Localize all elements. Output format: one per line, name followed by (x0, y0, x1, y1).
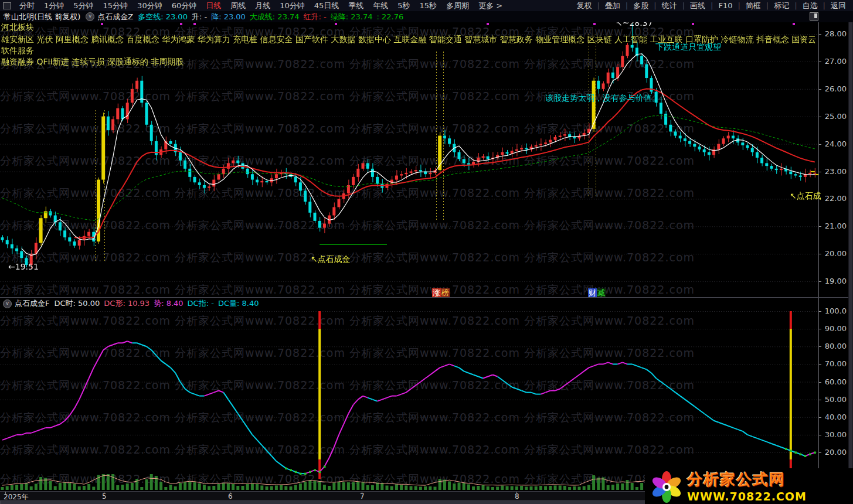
period-menu: 分时1分钟5分钟15分钟30分钟60分钟日线周线月线10分钟45日线季线年线5秒… (15, 1, 507, 11)
axis-tick-label: 60.00 (825, 377, 847, 386)
axis-tick-label: 23.00 (825, 167, 847, 176)
menu-item-period[interactable]: 1分钟 (39, 1, 69, 11)
indicator-field: DC指: - (188, 299, 214, 308)
date-tick (230, 492, 230, 494)
axis-tick-mark (819, 89, 821, 90)
chart-annotation: ←19.51 (8, 262, 39, 271)
axis-tick-label: 70.00 (825, 359, 847, 368)
axis-tick-label: 50.00 (825, 395, 847, 404)
dc-indicator-chart[interactable] (0, 309, 818, 491)
indicator-values: 多空线: 23.00升: -降: 23.00大成线: 23.74红升: -绿降:… (138, 12, 407, 22)
menu-item-period[interactable]: 60分钟 (167, 1, 202, 11)
axis-tick-label: 24.00 (825, 139, 847, 148)
indicator-name[interactable]: 点石成金Z (97, 12, 133, 22)
axis-tick-mark (819, 452, 821, 453)
axis-tick-mark (819, 329, 821, 329)
stock-app-window: 分时1分钟5分钟15分钟30分钟60分钟日线周线月线10分钟45日线季线年线5秒… (0, 0, 853, 504)
axis-tick-mark (819, 400, 821, 400)
date-tick (362, 492, 362, 494)
date-tick (5, 492, 6, 494)
menu-item-period[interactable]: 15秒 (415, 1, 442, 11)
menu-item-tool[interactable]: 多股 (628, 1, 653, 11)
axis-tick-mark (819, 254, 821, 254)
indicator-field: 降: 23.00 (211, 12, 246, 21)
axis-tick-mark (819, 144, 821, 145)
vertical-scrollbar-thumb[interactable] (849, 12, 852, 502)
axis-tick-mark (819, 226, 821, 227)
vertical-scrollbar[interactable] (848, 11, 853, 504)
menu-item-tool[interactable]: 叠加 (600, 1, 625, 11)
menu-item-period[interactable]: 5分钟 (69, 1, 98, 11)
menu-item-tool[interactable]: 简框 (741, 1, 766, 11)
menu-item-tool[interactable]: 自选 (798, 1, 823, 11)
axis-tick-label: 26.00 (825, 84, 847, 93)
axis-tick-label: 90.00 (825, 324, 847, 333)
axis-tick-label: 19.00 (825, 277, 847, 285)
indicator-field: 多空线: 23.00 (138, 12, 188, 21)
event-badge[interactable]: 财减 (588, 288, 606, 298)
menu-item-tool[interactable]: 画线 (685, 1, 710, 11)
menu-item-period[interactable]: 年线 (368, 1, 393, 11)
axis-tick-mark (819, 311, 821, 312)
menu-item-tool[interactable]: 复权 (572, 1, 596, 11)
indicator-field: 大成线: 23.74 (250, 12, 300, 21)
menu-item-tool[interactable]: F10 (713, 1, 737, 10)
menu-item-period[interactable]: 季线 (344, 1, 368, 11)
signal-dot (180, 23, 182, 25)
menu-item-tool[interactable]: 标记 (769, 1, 794, 11)
signal-dot (335, 23, 337, 25)
dc-indicator-name[interactable]: 点石成金F (15, 298, 49, 309)
menu-item-period[interactable]: 月线 (250, 1, 275, 11)
chart-annotation: ↖点石成金 (311, 254, 351, 265)
menu-item-period[interactable]: 30分钟 (132, 1, 167, 11)
signal-dot (593, 23, 596, 25)
chart-annotation: ↖点石成 (790, 191, 821, 202)
window-layout-icon[interactable] (810, 12, 818, 21)
signal-dot (793, 23, 795, 25)
signal-dot (193, 23, 196, 25)
axis-tick-mark (819, 172, 821, 172)
signal-dot (692, 23, 694, 25)
window-restore-icon[interactable] (3, 2, 11, 9)
menu-item-period[interactable]: 5秒 (393, 1, 414, 11)
event-badge[interactable]: 涨榜 (432, 288, 450, 298)
menu-item-period[interactable]: 分时 (15, 1, 39, 11)
axis-tick-label: 25.00 (825, 112, 847, 121)
axis-tick-label: 80.00 (825, 342, 847, 350)
stock-name[interactable]: 常山北明(日线 前复权) (0, 12, 83, 22)
chart-annotation: 下跌通道只宜观望 (655, 42, 721, 53)
menu-item-period[interactable]: 更多 > (474, 1, 507, 11)
top-menu-bar: 分时1分钟5分钟15分钟30分钟60分钟日线周线月线10分钟45日线季线年线5秒… (0, 0, 853, 11)
axis-tick-mark (819, 117, 821, 117)
chart-annotation: 该股走势太弱，没有参与价值。 (545, 93, 660, 104)
menu-item-period[interactable]: 15分钟 (98, 1, 133, 11)
event-badge-char: 财 (588, 288, 597, 298)
chevron-down-icon[interactable]: v (3, 299, 12, 308)
axis-tick-label: 40.00 (825, 413, 847, 421)
axis-tick-mark (819, 62, 821, 62)
menu-item-tool[interactable]: 统计 (657, 1, 682, 11)
menu-item-period[interactable]: 多周期 (441, 1, 474, 11)
menu-item-tool[interactable]: 返回 (826, 1, 851, 11)
tool-menu: 复权|叠加|多股|统计|画线|F10|简框|标记|自选|返回 (572, 1, 853, 11)
menu-item-period[interactable]: 45日线 (310, 1, 344, 11)
concept-tag-row: 河北板块 (1, 22, 817, 33)
concept-tag-row: 融资融券 QFII新进 连续亏损 深股通标的 非周期股 (1, 57, 817, 67)
menu-item-period[interactable]: 周线 (226, 1, 250, 11)
chevron-down-icon[interactable]: v (86, 12, 94, 21)
event-badge-char: 减 (597, 288, 606, 298)
chart-title-bar: 常山北明(日线 前复权) v 点石成金Z 多空线: 23.00升: -降: 23… (0, 11, 853, 22)
horizontal-scrollbar-thumb[interactable] (0, 500, 727, 504)
axis-tick-mark (819, 382, 821, 383)
axis-tick-label: 27.00 (825, 57, 847, 66)
logo-site-url[interactable]: WWW.70822.COM (687, 490, 807, 503)
date-tick (104, 492, 104, 494)
axis-tick-label: 28.00 (825, 29, 847, 38)
menu-item-period[interactable]: 10分钟 (275, 1, 310, 11)
dc-axis: 100.090.0080.0070.0060.0050.0040.0030.00… (818, 309, 849, 491)
axis-tick-mark (819, 346, 821, 347)
menu-item-period[interactable]: 日线 (201, 1, 226, 11)
axis-tick-mark (819, 364, 821, 365)
indicator-field: 红升: - (304, 12, 327, 21)
axis-tick-label: 20.00 (825, 448, 847, 457)
